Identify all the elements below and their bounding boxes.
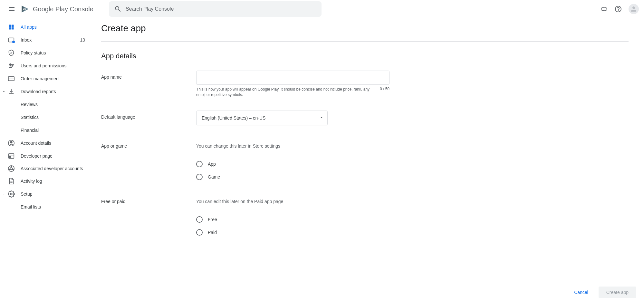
chevron-down-icon	[1, 88, 7, 95]
account-icon	[8, 140, 15, 147]
inbox-dot-icon	[12, 41, 15, 43]
gear-icon	[8, 190, 15, 198]
sidebar-label: Download reports	[21, 89, 85, 94]
avatar[interactable]	[629, 4, 639, 14]
search-box[interactable]	[109, 1, 322, 17]
radio-icon	[196, 216, 203, 223]
play-console-logo-icon	[21, 5, 30, 14]
app-name-char-count: 0 / 50	[380, 87, 389, 98]
sidebar-sublabel: Reviews	[21, 102, 38, 107]
sidebar-sublabel: Statistics	[21, 115, 39, 120]
default-language-select[interactable]: English (United States) – en-US	[196, 111, 328, 125]
radio-icon	[196, 229, 203, 236]
sidebar-label: Associated developer accounts	[21, 166, 85, 171]
svg-point-21	[10, 193, 12, 195]
sidebar-item-policy-status[interactable]: Policy status	[0, 46, 90, 59]
header: Google Play Console	[0, 0, 644, 18]
radio-label: Free	[208, 217, 217, 222]
person-icon	[630, 5, 638, 13]
sidebar-label: All apps	[21, 24, 85, 30]
sidebar-item-activity-log[interactable]: Activity log	[0, 175, 90, 188]
sidebar-subitem-email-lists[interactable]: Email lists	[0, 200, 90, 213]
card-icon	[8, 75, 15, 82]
sidebar-sublabel: Email lists	[21, 204, 41, 209]
free-or-paid-label: Free or paid	[101, 199, 196, 239]
sidebar-item-account-details[interactable]: Account details	[0, 137, 90, 150]
radio-icon	[196, 161, 203, 167]
link-icon	[600, 5, 608, 13]
sidebar-label: Order management	[21, 76, 85, 81]
radio-game[interactable]: Game	[196, 170, 389, 183]
chevron-down-icon	[1, 191, 7, 197]
divider	[101, 41, 629, 42]
sidebar-item-users[interactable]: Users and permissions	[0, 59, 90, 72]
svg-rect-4	[9, 27, 11, 30]
sidebar-label: Users and permissions	[21, 63, 85, 68]
free-or-paid-info: You can edit this later on the Paid app …	[196, 199, 389, 204]
sidebar-item-inbox[interactable]: Inbox 13	[0, 34, 90, 46]
svg-point-11	[10, 141, 12, 143]
help-button[interactable]	[612, 3, 625, 15]
sidebar-label: Developer page	[21, 153, 85, 159]
default-language-label: Default language	[101, 111, 196, 125]
app-or-game-info: You can change this later in Store setti…	[196, 143, 389, 149]
menu-button[interactable]	[5, 3, 18, 15]
sidebar-label: Activity log	[21, 179, 85, 184]
svg-point-7	[9, 63, 12, 66]
page-icon	[8, 152, 15, 160]
help-icon	[614, 5, 622, 13]
shield-icon	[8, 49, 15, 56]
svg-rect-5	[12, 27, 14, 30]
hamburger-icon	[8, 5, 15, 13]
sidebar-item-developer-page[interactable]: Developer page	[0, 150, 90, 162]
sidebar-subitem-reviews[interactable]: Reviews	[0, 98, 90, 111]
apps-icon	[8, 24, 14, 30]
svg-rect-2	[9, 25, 11, 27]
section-title: App details	[101, 52, 629, 60]
app-name-input[interactable]	[196, 71, 389, 85]
app-name-label: App name	[101, 71, 196, 98]
radio-label: App	[208, 161, 216, 167]
sidebar-subitem-financial[interactable]: Financial	[0, 124, 90, 137]
sidebar-label: Setup	[21, 191, 85, 197]
radio-label: Paid	[208, 230, 217, 235]
sidebar-sublabel: Financial	[21, 128, 39, 133]
sidebar-label: Policy status	[21, 50, 85, 55]
network-icon	[8, 165, 15, 172]
radio-free[interactable]: Free	[196, 213, 389, 226]
sidebar-item-setup[interactable]: Setup	[0, 188, 90, 200]
download-icon	[8, 88, 15, 95]
svg-rect-8	[8, 77, 14, 81]
svg-rect-3	[12, 25, 14, 27]
radio-label: Game	[208, 174, 220, 180]
app-name-helper: This is how your app will appear on Goog…	[196, 87, 380, 98]
radio-paid[interactable]: Paid	[196, 226, 389, 239]
search-input[interactable]	[126, 6, 316, 12]
users-icon	[8, 62, 15, 69]
logo[interactable]: Google Play Console	[21, 5, 93, 14]
logo-text: Google Play Console	[33, 5, 93, 13]
dropdown-icon	[320, 115, 323, 121]
radio-app[interactable]: App	[196, 158, 389, 170]
radio-icon	[196, 174, 203, 180]
app-or-game-label: App or game	[101, 143, 196, 183]
sidebar-item-associated-accounts[interactable]: Associated developer accounts	[0, 162, 90, 175]
sidebar-item-order-management[interactable]: Order management	[0, 72, 90, 85]
search-icon	[114, 5, 122, 13]
sidebar-item-download-reports[interactable]: Download reports	[0, 85, 90, 98]
content: Create app App details App name This is …	[90, 18, 644, 282]
link-button[interactable]	[598, 3, 610, 15]
page-title: Create app	[101, 23, 629, 34]
sidebar-item-all-apps[interactable]: All apps	[0, 21, 90, 34]
svg-rect-14	[10, 156, 11, 158]
sidebar: All apps Inbox 13 Policy status Users an…	[0, 18, 90, 282]
select-value: English (United States) – en-US	[202, 115, 320, 121]
document-icon	[8, 178, 15, 185]
sidebar-label: Inbox	[21, 37, 80, 43]
sidebar-label: Account details	[21, 141, 85, 146]
sidebar-subitem-statistics[interactable]: Statistics	[0, 111, 90, 124]
inbox-badge: 13	[80, 37, 85, 43]
